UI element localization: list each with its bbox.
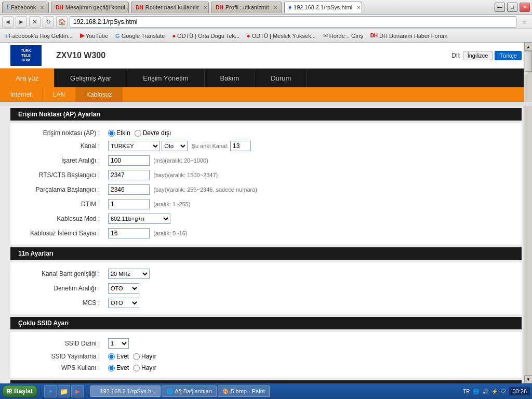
ie-quicklaunch[interactable]: e <box>44 385 57 397</box>
lang-turkish-button[interactable]: Türkçe <box>495 51 522 60</box>
tab-mesaj[interactable]: DH Mesajımın geçtiği konul... ✕ <box>51 2 129 13</box>
subnav-internet[interactable]: İnternet <box>0 87 43 102</box>
scroll-up-button[interactable]: ▲ <box>524 43 532 51</box>
isaret-input[interactable] <box>108 155 150 166</box>
denetim-label: Denetim Aralığı : <box>10 281 104 296</box>
maximize-button[interactable]: □ <box>507 3 517 12</box>
parcalama-label: Parçalama Başlangıcı : <box>10 182 104 197</box>
start-button[interactable]: ⊞ Başlat <box>2 385 37 397</box>
nav-gelismis[interactable]: Gelişmiş Ayar <box>55 69 127 87</box>
tab-close-facebook[interactable]: ✕ <box>40 5 44 10</box>
tab-close-router[interactable]: ✕ <box>203 5 207 10</box>
language-selector: Dil: İngilizce Türkçe <box>451 51 522 60</box>
ssid-yayin-radio-group: Evet Hayır <box>108 353 517 360</box>
scroll-thumb[interactable] <box>525 51 532 72</box>
bookmark-odtu2[interactable]: ● ODTÜ | Meslek Yüksek... <box>244 31 319 41</box>
favorites-star[interactable]: ★ <box>518 16 530 28</box>
close-button[interactable]: ✕ <box>520 3 530 12</box>
nav-bakim[interactable]: Bakım <box>205 69 256 87</box>
minimize-button[interactable]: — <box>495 3 505 12</box>
taskbar-app-network-label: Ağ Bağlantıları <box>175 388 212 394</box>
address-bar[interactable] <box>70 16 516 28</box>
bookmark-horde[interactable]: ✉ Horde :: Giriş <box>320 31 366 41</box>
denetim-select[interactable]: OTO <box>108 283 139 294</box>
bookmarks-bar: f Facebook'a Hoş Geldin... ▶ YouTube G G… <box>0 29 532 43</box>
dtim-row: DTIM : (aralık: 1~255) <box>10 197 522 211</box>
kanal-current-value[interactable] <box>230 141 251 151</box>
kanal-bant-select[interactable]: 20 MHz <box>108 269 150 279</box>
dtim-input[interactable] <box>108 199 150 209</box>
bookmark-translate[interactable]: G Google Translate <box>112 31 168 41</box>
rts-input[interactable] <box>108 170 150 180</box>
subnav-kablosuz[interactable]: Kablosuz <box>76 87 123 102</box>
bookmark-facebook[interactable]: f Facebook'a Hoş Geldin... <box>2 31 76 41</box>
bookmark-odtu1[interactable]: ● ODTÜ | Orta Doğu Tek... <box>169 31 243 41</box>
bookmark-dh[interactable]: DH DH Donanım Haber Forum <box>367 31 451 41</box>
istemci-hint: (aralık: 0~16) <box>153 230 187 236</box>
kanal-auto-select[interactable]: Oto <box>162 141 188 151</box>
taskbar-app-paint[interactable]: 🎨 5.bmp - Paint <box>218 385 269 397</box>
tab-close-rpsys[interactable]: ✕ <box>356 5 361 10</box>
kanal-select[interactable]: TURKEY <box>108 141 160 151</box>
nav-durum[interactable]: Durum <box>255 69 307 87</box>
taskbar-app-network[interactable]: 🌐 Ağ Bağlantıları <box>162 385 217 397</box>
taskbar-running-apps: e 192.168.2.1/rpSys.h... 🌐 Ağ Bağlantıla… <box>90 385 460 397</box>
mcs-select[interactable]: OTO <box>108 298 139 308</box>
ssid-yayin-no-input[interactable] <box>133 353 140 360</box>
media-quicklaunch[interactable]: ▶ <box>71 385 84 397</box>
subnav-lan[interactable]: LAN <box>43 87 76 102</box>
router-main-nav: Ara yüz Gelişmiş Ayar Erişim Yönetim Bak… <box>0 69 532 87</box>
tab-profil-label: Profil : utkanizmit <box>225 4 269 10</box>
taskbar: ⊞ Başlat e 📁 ▶ e 192.168.2.1/rpSys.h... … <box>0 383 532 399</box>
folder-quicklaunch[interactable]: 📁 <box>58 385 70 397</box>
dtim-hint: (aralık: 1~255) <box>153 201 190 207</box>
taskbar-app-ie[interactable]: e 192.168.2.1/rpSys.h... <box>90 385 161 397</box>
tab-facebook[interactable]: f Facebook ✕ <box>2 2 49 13</box>
wps-kullan-no-input[interactable] <box>133 365 140 371</box>
mod-select[interactable]: 802.11b+g+n <box>108 214 170 224</box>
wps-kullan-no-radio[interactable]: Hayır <box>133 364 156 371</box>
ssid-yayin-yes-radio[interactable]: Evet <box>108 353 129 360</box>
dh-icon-1: DH <box>56 5 63 10</box>
lang-english-button[interactable]: İngilizce <box>463 51 493 60</box>
window-controls: — □ ✕ <box>495 3 530 12</box>
tab-facebook-label: Facebook <box>11 4 36 10</box>
ssid-yayin-no-radio[interactable]: Hayır <box>133 353 156 360</box>
nav-bar: ◄ ► ✕ ↻ 🏠 ★ <box>0 15 532 29</box>
tab-close-profil[interactable]: ✕ <box>273 5 277 10</box>
tab-mesaj-label: Mesajımın geçtiği konul... <box>65 4 129 10</box>
ap-active-input[interactable] <box>108 130 115 137</box>
tray-sound-icon: 🔊 <box>481 389 489 394</box>
refresh-button[interactable]: ↻ <box>43 16 54 28</box>
istemci-input[interactable] <box>108 228 150 238</box>
tab-rpsys[interactable]: e 192.168.2.1/rpSys.html ✕ <box>284 2 362 13</box>
ap-inactive-input[interactable] <box>135 130 141 137</box>
wps-kullan-yes-radio[interactable]: Evet <box>108 364 129 371</box>
content-inner: Erişim Noktası (AP) Ayarları Erişim nokt… <box>0 102 532 383</box>
ssid-dizini-label: SSID Dizini : <box>10 336 104 351</box>
ap-active-radio[interactable]: Etkin <box>108 129 130 137</box>
forward-button[interactable]: ► <box>16 16 27 28</box>
nav-erisim[interactable]: Erişim Yönetim <box>127 69 204 87</box>
home-button[interactable]: 🏠 <box>56 16 68 28</box>
mcs-label: MCS : <box>10 296 104 310</box>
ssid-yayin-yes-input[interactable] <box>108 353 115 360</box>
nav-ara-yuz[interactable]: Ara yüz <box>0 69 55 87</box>
tab-router-how[interactable]: DH Router nasıl kullanılır ✕ <box>131 2 209 13</box>
bookmark-youtube[interactable]: ▶ YouTube <box>77 31 111 41</box>
fb-icon: f <box>7 4 9 11</box>
wps-kullan-row: WPS Kullanı : Evet Hayır <box>10 362 522 374</box>
router-logo: TURKTELEKOM ZXV10 W300 <box>10 45 105 66</box>
kanal-row: Kanal : TURKEY Oto Şu anki Kanal: <box>10 139 522 153</box>
ssid-dizini-row: SSID Dizini : 1 <box>10 336 522 351</box>
odtu2-bm-icon: ● <box>247 33 250 39</box>
ap-inactive-radio[interactable]: Devre dışı <box>135 129 171 137</box>
denetim-row: Denetim Aralığı : OTO <box>10 281 522 296</box>
stop-button[interactable]: ✕ <box>29 16 41 28</box>
parcalama-input[interactable] <box>108 184 150 195</box>
ssid-dizini-select[interactable]: 1 <box>108 338 129 349</box>
dh-icon-3: DH <box>216 5 223 10</box>
back-button[interactable]: ◄ <box>2 16 14 28</box>
wps-kullan-yes-input[interactable] <box>108 365 115 371</box>
tab-profil[interactable]: DH Profil : utkanizmit ✕ <box>211 2 282 13</box>
